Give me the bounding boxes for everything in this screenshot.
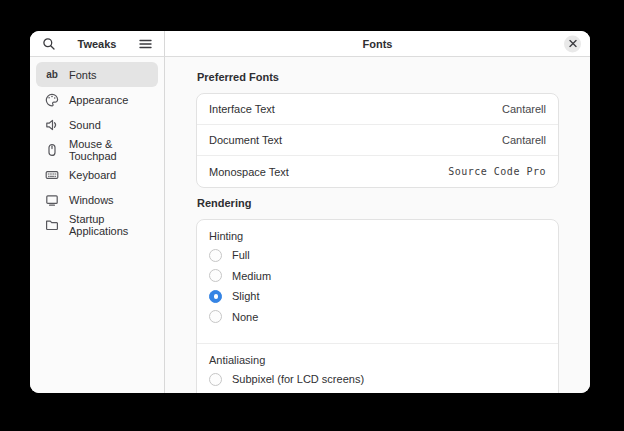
antialiasing-group: Antialiasing Subpixel (for LCD screens) …	[197, 344, 558, 393]
radio-icon[interactable]	[209, 310, 222, 323]
radio-icon[interactable]	[209, 249, 222, 262]
sidebar-item-appearance[interactable]: Appearance	[36, 87, 158, 112]
radio-option-label: None	[232, 311, 258, 323]
sidebar-item-mouse-touchpad[interactable]: Mouse & Touchpad	[36, 137, 158, 162]
hinting-option-full[interactable]: Full	[197, 245, 558, 266]
sidebar-item-fonts[interactable]: ab Fonts	[36, 62, 158, 87]
folder-icon	[45, 218, 59, 232]
group-label: Hinting	[197, 220, 558, 245]
hamburger-menu-icon	[139, 38, 152, 50]
palette-icon	[45, 93, 59, 107]
mouse-icon	[45, 143, 59, 157]
interface-text-row[interactable]: Interface Text Cantarell	[197, 94, 558, 125]
hinting-option-slight[interactable]: Slight	[197, 286, 558, 307]
window-icon	[45, 193, 59, 207]
row-label: Monospace Text	[209, 166, 289, 178]
search-icon	[42, 37, 56, 51]
hinting-group: Hinting Full Medium Slight	[197, 220, 558, 334]
page-title: Fonts	[363, 38, 393, 50]
radio-option-label: Full	[232, 249, 250, 261]
radio-icon[interactable]	[209, 373, 222, 386]
section-title: Rendering	[197, 197, 559, 209]
fonts-page: Preferred Fonts Interface Text Cantarell…	[165, 57, 590, 393]
radio-icon[interactable]	[209, 290, 222, 303]
group-label: Antialiasing	[197, 344, 558, 369]
radio-option-label: Subpixel (for LCD screens)	[232, 373, 364, 385]
menu-button[interactable]	[136, 35, 154, 53]
hinting-option-none[interactable]: None	[197, 307, 558, 328]
tweaks-window: Tweaks Fonts ab Fonts	[30, 31, 590, 393]
rendering-section: Rendering Hinting Full Medium	[196, 197, 559, 393]
row-value: Cantarell	[502, 103, 546, 115]
sidebar-item-label: Fonts	[69, 69, 97, 81]
close-icon	[569, 40, 577, 48]
sidebar-item-label: Appearance	[69, 94, 128, 106]
ab-fonts-icon: ab	[45, 68, 59, 82]
speaker-icon	[45, 118, 59, 132]
sidebar-item-keyboard[interactable]: Keyboard	[36, 162, 158, 187]
row-label: Interface Text	[209, 103, 275, 115]
preferred-fonts-section: Preferred Fonts Interface Text Cantarell…	[196, 71, 559, 188]
document-text-row[interactable]: Document Text Cantarell	[197, 125, 558, 156]
close-button[interactable]	[564, 35, 581, 52]
rendering-card: Hinting Full Medium Slight	[196, 219, 559, 393]
row-value: Cantarell	[502, 134, 546, 146]
hinting-option-medium[interactable]: Medium	[197, 266, 558, 287]
sidebar-item-label: Windows	[69, 194, 114, 206]
sidebar-title: Tweaks	[78, 38, 117, 50]
sidebar-item-label: Sound	[69, 119, 101, 131]
monospace-text-row[interactable]: Monospace Text Source Code Pro	[197, 156, 558, 187]
search-button[interactable]	[40, 35, 58, 53]
antialiasing-option-standard[interactable]: Standard (greyscale)	[197, 390, 558, 394]
sidebar-headerbar: Tweaks	[30, 31, 165, 57]
row-value: Source Code Pro	[448, 166, 546, 177]
radio-option-label: Slight	[232, 290, 260, 302]
sidebar: ab Fonts Appearance	[30, 57, 165, 393]
preferred-fonts-card: Interface Text Cantarell Document Text C…	[196, 93, 559, 188]
radio-icon[interactable]	[209, 269, 222, 282]
main-headerbar: Fonts	[165, 31, 590, 57]
sidebar-item-windows[interactable]: Windows	[36, 187, 158, 212]
sidebar-item-label: Keyboard	[69, 169, 116, 181]
section-title: Preferred Fonts	[197, 71, 559, 83]
desktop-background: Tweaks Fonts ab Fonts	[0, 0, 624, 431]
radio-option-label: Medium	[232, 270, 271, 282]
keyboard-icon	[45, 168, 59, 182]
sidebar-item-label: Startup Applications	[69, 213, 149, 237]
sidebar-item-sound[interactable]: Sound	[36, 112, 158, 137]
sidebar-item-startup-applications[interactable]: Startup Applications	[36, 212, 158, 237]
row-label: Document Text	[209, 134, 282, 146]
antialiasing-option-subpixel[interactable]: Subpixel (for LCD screens)	[197, 369, 558, 390]
sidebar-item-label: Mouse & Touchpad	[69, 138, 149, 162]
